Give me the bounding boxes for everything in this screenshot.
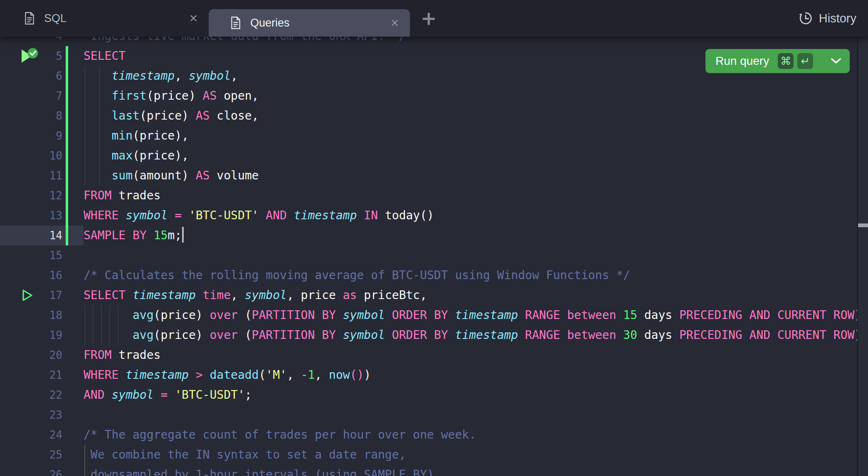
code-token: max — [111, 149, 133, 162]
code-token — [560, 328, 567, 342]
close-icon[interactable]: ✕ — [189, 13, 198, 24]
code-line-21[interactable]: 21WHERE timestamp > dateadd('M', -1, now… — [0, 365, 856, 385]
code-token: > — [196, 368, 203, 382]
code-token — [448, 308, 455, 322]
code-token: FROM — [84, 189, 111, 202]
code-token: symbol — [111, 388, 153, 402]
code-line-8[interactable]: 8 last(price) AS close, — [0, 106, 856, 126]
code-token: RANGE — [525, 328, 560, 342]
code-token: timestamp — [455, 308, 518, 322]
code-token: min — [111, 129, 133, 142]
code-token: between — [567, 308, 616, 322]
code-line-25[interactable]: 25 We combine the IN syntax to set a dat… — [0, 445, 856, 465]
code-token: /* Calculates the rolling moving average… — [84, 268, 630, 282]
code-line-10[interactable]: 10 max(price), — [0, 146, 856, 166]
line-number: 8 — [0, 106, 62, 126]
code-token: time — [203, 288, 231, 302]
code-token: (price) — [140, 109, 196, 123]
line-number: 25 — [0, 445, 62, 465]
code-token: 'BTC-USDT' — [189, 209, 259, 222]
code-token: priceBtc, — [357, 288, 427, 302]
code-line-17[interactable]: 17SELECT timestamp time, symbol, price a… — [0, 285, 856, 305]
line-number: 20 — [0, 345, 62, 365]
code-token: , — [315, 368, 329, 382]
code-token — [259, 209, 266, 222]
new-tab-button[interactable]: + — [410, 0, 437, 37]
tab-sql[interactable]: SQL ✕ — [0, 0, 209, 37]
code-token: timestamp — [133, 288, 196, 302]
run-query-button[interactable]: Run query ⌘ ↵ — [705, 49, 850, 73]
code-token — [126, 228, 133, 242]
code-line-12[interactable]: 12FROM trades — [0, 186, 856, 206]
scrollbar-thumb[interactable] — [858, 223, 868, 227]
code-editor[interactable]: 4 Ingests live market data from the OKX … — [0, 37, 857, 476]
code-line-14[interactable]: 14SAMPLE BY 15m; — [0, 226, 856, 245]
code-token: AND — [266, 209, 287, 222]
code-line-text: /* The aggregate count of trades per hou… — [84, 425, 476, 445]
tab-label: Queries — [250, 17, 290, 29]
code-line-22[interactable]: 22AND symbol = 'BTC-USDT'; — [0, 385, 856, 405]
code-line-18[interactable]: 18 avg(price) over (PARTITION BY symbol … — [0, 305, 856, 325]
run-success-check-icon[interactable] — [20, 48, 41, 67]
code-line-text: FROM trades — [84, 345, 160, 365]
code-token: close, — [210, 109, 259, 123]
code-line-text: SELECT — [84, 46, 126, 66]
code-line-text: max(price), — [84, 146, 189, 166]
history-button[interactable]: History — [798, 0, 868, 37]
code-line-26[interactable]: 26 downsampled by 1-hour intervals (usin… — [0, 465, 856, 476]
code-line-4[interactable]: 4 Ingests live market data from the OKX … — [0, 37, 856, 46]
line-number: 10 — [0, 146, 62, 166]
line-number: 7 — [0, 86, 62, 106]
code-token — [189, 368, 196, 382]
code-token: volume — [210, 169, 259, 182]
code-line-text: first(price) AS open, — [84, 86, 259, 106]
code-line-16[interactable]: 16/* Calculates the rolling moving avera… — [0, 265, 856, 285]
code-token: SELECT — [84, 288, 126, 302]
code-token: today() — [378, 209, 434, 222]
code-token: symbol — [245, 288, 287, 302]
run-query-label: Run query — [715, 54, 769, 68]
code-token: AS — [196, 169, 210, 182]
code-line-24[interactable]: 24/* The aggregate count of trades per h… — [0, 425, 856, 445]
code-token — [84, 129, 111, 142]
code-token: dateadd — [210, 368, 259, 382]
code-token: (price) — [154, 308, 210, 322]
code-line-text: WHERE symbol = 'BTC-USDT' AND timestamp … — [84, 206, 434, 226]
tab-queries[interactable]: Queries ✕ — [209, 9, 410, 37]
line-number: 23 — [0, 405, 62, 425]
code-line-15[interactable]: 15 — [0, 245, 856, 265]
code-token: first — [111, 89, 146, 103]
code-token: , — [231, 69, 238, 83]
code-line-19[interactable]: 19 avg(price) over (PARTITION BY symbol … — [0, 325, 856, 345]
code-token: PARTITION BY — [252, 328, 336, 342]
code-line-13[interactable]: 13WHERE symbol = 'BTC-USDT' AND timestam… — [0, 206, 856, 226]
run-play-outline-icon[interactable] — [22, 289, 34, 304]
code-token: Ingests live market data from the OKX AP… — [84, 37, 406, 43]
code-token — [84, 308, 133, 322]
code-line-text: SELECT timestamp time, symbol, price as … — [84, 285, 427, 305]
code-line-11[interactable]: 11 sum(amount) AS volume — [0, 166, 856, 186]
code-line-23[interactable]: 23 — [0, 405, 856, 425]
close-icon[interactable]: ✕ — [390, 18, 399, 28]
tab-label: SQL — [44, 12, 67, 25]
document-icon — [230, 16, 241, 29]
code-token: We combine the IN syntax to set a date r… — [84, 448, 406, 461]
code-token — [336, 328, 343, 342]
code-line-7[interactable]: 7 first(price) AS open, — [0, 86, 856, 106]
line-number: 12 — [0, 186, 62, 206]
code-token: avg — [133, 328, 154, 342]
code-line-text: AND symbol = 'BTC-USDT'; — [84, 385, 252, 405]
text-cursor — [182, 227, 184, 243]
code-token — [168, 209, 175, 222]
code-line-9[interactable]: 9 min(price), — [0, 126, 856, 146]
code-token: () — [350, 368, 364, 382]
code-token — [84, 328, 133, 342]
chevron-down-icon[interactable] — [831, 58, 841, 64]
code-token — [105, 388, 112, 402]
code-line-20[interactable]: 20FROM trades — [0, 345, 856, 365]
code-line-text: We combine the IN syntax to set a date r… — [84, 445, 406, 465]
scrollbar-track[interactable] — [857, 37, 868, 476]
line-number: 22 — [0, 385, 62, 405]
line-number: 6 — [0, 66, 62, 86]
code-token: AS — [203, 89, 217, 103]
